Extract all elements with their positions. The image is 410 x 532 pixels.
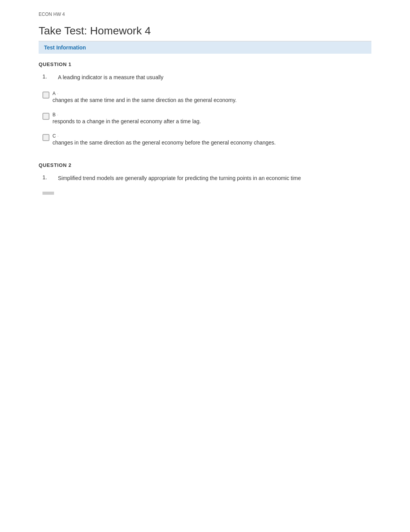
answer-c-dot: ·	[58, 134, 59, 138]
answer-a-content: A · changes at the same time and in the …	[53, 91, 237, 104]
answer-a-letter: A	[53, 91, 56, 96]
page-title: Take Test: Homework 4	[39, 25, 371, 41]
breadcrumb: ECON HW 4	[39, 12, 371, 17]
answer-b-content: B · responds to a change in the general …	[53, 112, 201, 126]
answer-c-content: C · changes in the same direction as the…	[53, 133, 276, 147]
answer-c-label: changes in the same direction as the gen…	[53, 139, 276, 147]
radio-c[interactable]	[42, 134, 49, 141]
answer-a-dot: ·	[57, 92, 58, 96]
radio-a[interactable]	[42, 92, 49, 99]
radio-c-area[interactable]	[42, 133, 49, 141]
answer-option-c[interactable]: C · changes in the same direction as the…	[39, 133, 371, 147]
answer-c-letter: C	[53, 133, 56, 139]
question-2-text-row: 1. Simplified trend models are generally…	[39, 174, 371, 182]
radio-b[interactable]	[42, 113, 49, 120]
test-info-bar: Test Information	[39, 41, 371, 54]
question-1-header: QUESTION 1	[39, 61, 371, 67]
question-1-body: A leading indicator is a measure that us…	[58, 73, 163, 82]
answer-b-dot: ·	[57, 113, 58, 117]
question-1-section: QUESTION 1 1. A leading indicator is a m…	[39, 61, 371, 147]
radio-a-area[interactable]	[42, 91, 49, 99]
question-2-section: QUESTION 2 1. Simplified trend models ar…	[39, 162, 371, 195]
test-info-label: Test Information	[44, 44, 86, 51]
answer-option-b[interactable]: B · responds to a change in the general …	[39, 112, 371, 126]
answer-b-label: responds to a change in the general econ…	[53, 117, 201, 126]
question-2-body: Simplified trend models are generally ap…	[58, 174, 301, 182]
answer-a-label: changes at the same time and in the same…	[53, 96, 237, 104]
question-1-number: 1.	[42, 73, 58, 80]
answer-b-letter: B	[53, 112, 56, 117]
question-2-header: QUESTION 2	[39, 162, 371, 168]
answer-option-a[interactable]: A · changes at the same time and in the …	[39, 91, 371, 104]
small-placeholder-bar	[42, 192, 54, 195]
radio-b-area[interactable]	[42, 112, 49, 120]
question-2-number: 1.	[42, 174, 58, 180]
question-1-text-row: 1. A leading indicator is a measure that…	[39, 73, 371, 82]
